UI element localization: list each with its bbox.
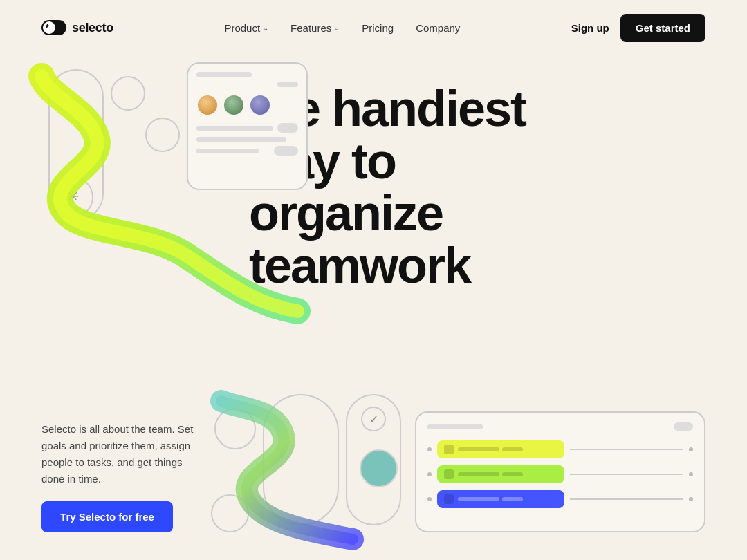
phone-bar-1 bbox=[196, 72, 252, 77]
task-board bbox=[415, 411, 706, 532]
connector-line-3 bbox=[570, 498, 683, 500]
task-row-3 bbox=[427, 490, 693, 508]
task-badge-blue bbox=[437, 490, 564, 508]
phone-line-row-3 bbox=[196, 146, 298, 156]
phone-line-row-1 bbox=[196, 123, 298, 133]
star-circle: ✳ bbox=[52, 176, 93, 218]
connector-dot-6 bbox=[689, 497, 693, 501]
s-circle-top bbox=[214, 408, 256, 449]
task-badge-green bbox=[437, 465, 564, 483]
avatar-1 bbox=[196, 94, 219, 116]
connector-dot-2 bbox=[689, 447, 693, 451]
getstarted-button[interactable]: Get started bbox=[620, 14, 706, 42]
nav-links: Product ⌄ Features ⌄ Pricing Company bbox=[224, 22, 460, 34]
connector-line-1 bbox=[570, 449, 683, 450]
tb-header-pill bbox=[674, 422, 693, 431]
task-lines-2 bbox=[458, 472, 557, 476]
connector-dot-5 bbox=[427, 497, 432, 501]
try-free-button[interactable]: Try Selecto for free bbox=[42, 501, 173, 532]
avatar-2 bbox=[223, 94, 245, 116]
phone-mockup bbox=[187, 62, 308, 190]
logo-text: selecto bbox=[72, 21, 113, 35]
nav-actions: Sign up Get started bbox=[571, 14, 706, 42]
logo-area: * selecto bbox=[42, 20, 113, 35]
avatar-3 bbox=[249, 94, 271, 116]
task-board-header bbox=[427, 422, 693, 431]
nav-features-link[interactable]: Features ⌄ bbox=[290, 22, 340, 34]
task-icon-3 bbox=[444, 494, 454, 504]
nav-company[interactable]: Company bbox=[416, 22, 460, 34]
bottom-left-text: Selecto is all about the team. Set goals… bbox=[42, 421, 194, 532]
nav-pricing-link[interactable]: Pricing bbox=[362, 22, 394, 34]
task-icon-1 bbox=[444, 445, 454, 454]
logo-icon: * bbox=[42, 20, 66, 35]
nav-company-link[interactable]: Company bbox=[416, 22, 460, 34]
task-lines-3 bbox=[458, 497, 557, 501]
chevron-down-icon: ⌄ bbox=[263, 24, 268, 32]
s-pill bbox=[263, 394, 339, 525]
circle-decoration-1 bbox=[111, 76, 145, 111]
nav-features[interactable]: Features ⌄ bbox=[290, 22, 340, 34]
task-lines-1 bbox=[458, 447, 557, 451]
connector-dot-1 bbox=[427, 447, 432, 451]
nav-product[interactable]: Product ⌄ bbox=[224, 22, 268, 34]
circle-decoration-2 bbox=[145, 118, 180, 152]
phone-lines bbox=[196, 123, 298, 156]
check-pill: ✓ bbox=[346, 394, 401, 525]
chevron-down-icon: ⌄ bbox=[334, 24, 340, 32]
nav-product-link[interactable]: Product ⌄ bbox=[224, 22, 268, 34]
navbar: * selecto Product ⌄ Features ⌄ Pricing bbox=[0, 0, 747, 55]
checkmark-icon: ✓ bbox=[369, 413, 378, 426]
connector-dot-3 bbox=[427, 472, 432, 476]
task-row-1 bbox=[427, 440, 693, 458]
check-icon: ✓ bbox=[361, 407, 386, 431]
bottom-illustrations: Selecto is all about the team. Set goals… bbox=[42, 394, 706, 532]
phone-avatars bbox=[196, 94, 298, 116]
nav-pricing[interactable]: Pricing bbox=[362, 22, 394, 34]
hero-description: Selecto is all about the team. Set goals… bbox=[42, 421, 194, 487]
page-wrapper: * selecto Product ⌄ Features ⌄ Pricing bbox=[0, 0, 747, 560]
connector-dot-4 bbox=[689, 472, 693, 476]
phone-line-row-2 bbox=[196, 137, 298, 142]
connector-line-2 bbox=[570, 474, 683, 475]
s-circle-bot bbox=[211, 494, 249, 532]
task-badge-yellow bbox=[437, 440, 564, 458]
tb-header-line bbox=[427, 424, 483, 429]
s-curve-area: ✓ bbox=[208, 394, 401, 532]
phone-pill bbox=[277, 82, 298, 87]
signup-button[interactable]: Sign up bbox=[571, 22, 609, 34]
star-icon: ✳ bbox=[66, 188, 79, 206]
task-row-2 bbox=[427, 465, 693, 483]
task-icon-2 bbox=[444, 469, 454, 479]
